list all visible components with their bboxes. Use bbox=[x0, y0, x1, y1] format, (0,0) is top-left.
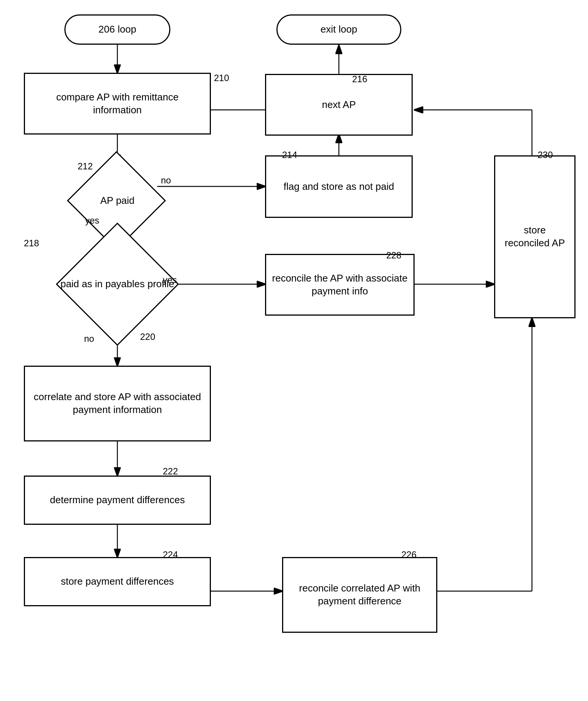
node-store-payment: store payment differences bbox=[24, 557, 211, 606]
label-flag-store: flag and store as not paid bbox=[284, 180, 394, 193]
node-compare-ap: compare AP with remittance information bbox=[24, 73, 211, 135]
node-correlate: correlate and store AP with associated p… bbox=[24, 366, 211, 441]
label-compare-ap: compare AP with remittance information bbox=[31, 91, 204, 117]
label-228: 228 bbox=[386, 250, 401, 261]
label-correlate: correlate and store AP with associated p… bbox=[31, 391, 204, 416]
label-206-loop: 206 loop bbox=[98, 23, 136, 36]
label-210: 210 bbox=[214, 73, 229, 83]
label-224: 224 bbox=[163, 549, 178, 560]
label-next-ap: next AP bbox=[322, 99, 356, 111]
label-222: 222 bbox=[163, 466, 178, 477]
label-exit-loop: exit loop bbox=[321, 23, 357, 36]
label-226: 226 bbox=[401, 549, 416, 560]
label-paid-payables: paid as in payables profile bbox=[61, 278, 175, 291]
node-next-ap: next AP bbox=[265, 74, 413, 136]
label-reconcile-ap: reconcile the AP with associate payment … bbox=[272, 272, 408, 298]
label-store-reconciled: store reconciled AP bbox=[501, 224, 569, 250]
node-ap-paid-diamond: AP paid bbox=[67, 163, 167, 239]
label-no2: no bbox=[84, 333, 94, 344]
label-216: 216 bbox=[352, 74, 367, 84]
label-ap-paid: AP paid bbox=[100, 194, 135, 207]
node-exit-loop: exit loop bbox=[276, 14, 401, 45]
node-reconcile-ap: reconcile the AP with associate payment … bbox=[265, 254, 415, 316]
label-reconcile-correlated: reconcile correlated AP with payment dif… bbox=[289, 582, 430, 608]
node-store-reconciled: store reconciled AP bbox=[494, 155, 576, 318]
flowchart-diagram: 206 loop exit loop compare AP with remit… bbox=[0, 0, 588, 701]
node-flag-store: flag and store as not paid bbox=[265, 155, 413, 218]
node-paid-payables-diamond: paid as in payables profile bbox=[50, 237, 184, 332]
label-store-payment: store payment differences bbox=[61, 575, 174, 588]
label-230: 230 bbox=[538, 150, 553, 160]
label-218: 218 bbox=[24, 238, 39, 249]
node-determine-payment: determine payment differences bbox=[24, 476, 211, 525]
label-220: 220 bbox=[140, 332, 155, 342]
label-determine-payment: determine payment differences bbox=[50, 494, 185, 507]
node-206-loop: 206 loop bbox=[64, 14, 170, 45]
label-214: 214 bbox=[282, 150, 297, 160]
node-reconcile-correlated: reconcile correlated AP with payment dif… bbox=[282, 557, 437, 633]
